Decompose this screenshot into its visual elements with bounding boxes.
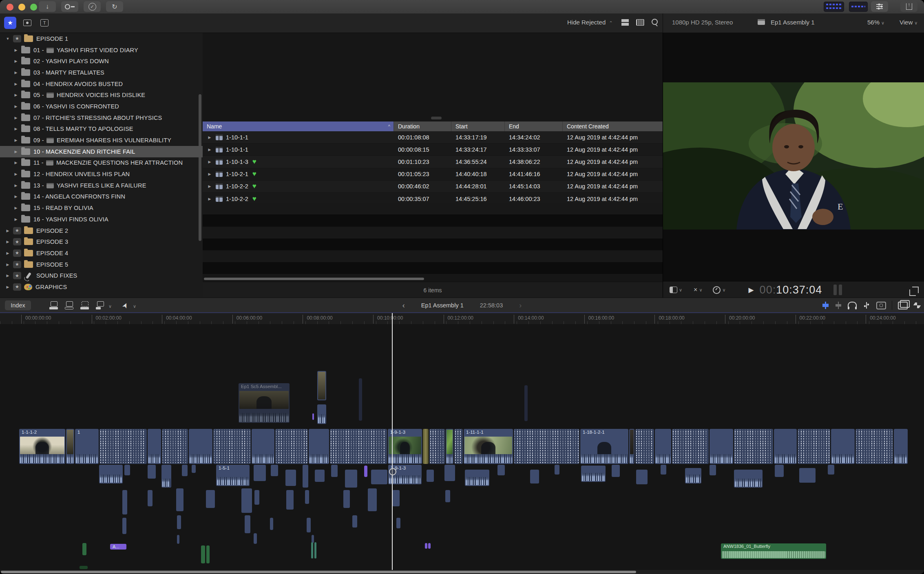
disclosure-icon[interactable]: ▶	[207, 197, 212, 201]
connected-clip-below[interactable]	[661, 465, 666, 475]
connected-clip-below[interactable]	[303, 465, 308, 488]
sidebar-item[interactable]: ▶07 - RITCHIE'S STRESSING ABOUT PHYSICS	[0, 112, 203, 124]
filmstrip-view-button[interactable]	[636, 19, 644, 26]
connected-clip-below[interactable]	[241, 488, 252, 513]
play-button[interactable]: ▶	[749, 286, 754, 294]
timeline-back-button[interactable]: ‹	[402, 301, 405, 310]
storyline-clip[interactable]	[710, 429, 733, 464]
connected-clip-above[interactable]	[317, 371, 326, 400]
select-tool-popup[interactable]: ➤	[120, 301, 130, 310]
connected-clip-below[interactable]	[775, 465, 784, 477]
connected-clip-below[interactable]	[177, 515, 181, 529]
connected-clip-below[interactable]	[254, 490, 259, 505]
timeline-hscrollbar-thumb[interactable]	[1, 571, 636, 573]
audio-clip[interactable]	[428, 543, 431, 549]
connected-clip-below[interactable]	[254, 533, 257, 544]
connected-clip-below[interactable]	[734, 470, 763, 488]
audio-clip[interactable]	[201, 545, 205, 563]
audio-clip[interactable]: ANW1836_01_Butterfly	[721, 543, 826, 559]
connected-clip-below[interactable]	[312, 535, 314, 543]
browser-hscrollbar[interactable]	[204, 278, 424, 280]
connected-clip-below[interactable]	[636, 470, 648, 484]
disclosure-icon[interactable]: ▶	[5, 251, 11, 255]
storyline-clip[interactable]	[162, 429, 188, 464]
connected-clip-below[interactable]	[122, 518, 126, 534]
timeline-ruler[interactable]: 00:00:00:0000:02:00:0000:04:00:0000:06:0…	[0, 313, 924, 325]
connected-clip-below[interactable]	[177, 535, 179, 544]
connected-clip-below[interactable]	[182, 465, 188, 476]
connected-clip-below[interactable]	[331, 465, 338, 477]
connected-clip-below[interactable]	[396, 518, 400, 528]
storyline-clip[interactable]	[446, 429, 453, 464]
sidebar-item[interactable]: ▶05 - HENDRIX VOICES HIS DISLIKE	[0, 89, 203, 101]
connected-clip-above[interactable]	[359, 378, 362, 421]
disclosure-icon[interactable]: ▶	[207, 184, 212, 188]
connected-clip-below[interactable]	[161, 465, 171, 488]
disclosure-icon[interactable]: ▶	[13, 172, 19, 176]
storyline-clip[interactable]	[454, 429, 463, 464]
sidebar-item[interactable]: ▶03 - MARTY RETALIATES	[0, 67, 203, 78]
storyline-clip[interactable]	[309, 429, 329, 464]
connected-clip-below[interactable]	[427, 470, 434, 482]
sidebar-item[interactable]: ▶09 - EREMIAH SHARES HIS VULNERABILITY	[0, 135, 203, 146]
sidebar-item[interactable]: ▶02 - YASHVI PLAYS DOWN	[0, 55, 203, 67]
storyline-clip[interactable]	[189, 429, 212, 464]
column-header-start[interactable]: Start	[451, 121, 505, 131]
connected-clip-below[interactable]	[315, 470, 325, 482]
minimize-button[interactable]	[18, 4, 25, 11]
import-media-button[interactable]: ↓	[39, 1, 56, 12]
storyline-clip[interactable]: 1-11-1-1	[464, 429, 513, 464]
disclosure-icon[interactable]: ▶	[13, 116, 19, 120]
connected-clip-below[interactable]	[307, 518, 311, 532]
column-header-duration[interactable]: Duration	[394, 121, 451, 131]
connected-clip-below[interactable]	[685, 468, 701, 483]
storyline-clip[interactable]	[252, 429, 274, 464]
append-edit-button[interactable]	[80, 301, 89, 309]
connected-clip-below[interactable]	[799, 468, 816, 483]
storyline-clip[interactable]: 1-18-1-2-1	[580, 429, 628, 464]
sidebar-item[interactable]: ▶01 - YASHVI FIRST VIDEO DIARY	[0, 44, 203, 56]
audio-clip[interactable]	[206, 545, 210, 563]
storyline-clip[interactable]	[423, 429, 429, 464]
disclosure-icon[interactable]: ▶	[13, 161, 19, 165]
close-button[interactable]	[7, 4, 13, 11]
sidebar-item[interactable]: ▶12 - HENDRIX UNVEILS HIS PLAN	[0, 168, 203, 180]
connected-clip-below[interactable]	[364, 466, 367, 477]
storyline-clip[interactable]	[734, 429, 773, 464]
connected-clip-below[interactable]	[99, 465, 123, 483]
disclosure-icon[interactable]: ▶	[13, 48, 19, 52]
libraries-tab[interactable]: ★	[4, 17, 16, 29]
connected-clip-above[interactable]	[317, 404, 326, 424]
filter-popup[interactable]: Hide Rejected ⌃	[567, 19, 613, 26]
connected-clip-below[interactable]	[148, 490, 153, 506]
connected-clip-above[interactable]	[524, 385, 528, 421]
sidebar-item[interactable]: ▶★EPISODE 2	[0, 225, 203, 236]
disclosure-icon[interactable]: ▶	[13, 183, 19, 188]
disclosure-icon[interactable]: ▶	[5, 285, 11, 289]
sidebar-item[interactable]: ▶13 - YASHVI FEELS LIKE A FAILURE	[0, 180, 203, 191]
sidebar-item[interactable]: ▶11 - MACKENZIE QUESTIONS HER ATTRACTION	[0, 157, 203, 169]
disclosure-icon[interactable]: ▶	[13, 82, 19, 86]
disclosure-icon[interactable]: ▶	[5, 229, 11, 233]
audio-meter-left[interactable]	[833, 285, 837, 295]
disclosure-icon[interactable]: ▶	[13, 150, 19, 154]
view-options-popup[interactable]	[670, 287, 677, 293]
disclosure-icon[interactable]: ▶	[207, 172, 212, 176]
expand-viewer-icon[interactable]	[912, 287, 919, 293]
storyline-clip[interactable]: 1	[75, 429, 99, 464]
sidebar-item[interactable]: ▶10 - MACKENZIE AND RITCHIE FAIL	[0, 146, 203, 157]
viewer-view-popup[interactable]: View∨	[900, 19, 917, 26]
index-button[interactable]: Index	[5, 300, 31, 310]
sidebar-item[interactable]: ▶06 - YASHVI IS CONFRONTED	[0, 101, 203, 112]
connected-clip-below[interactable]	[206, 490, 215, 508]
audio-clip[interactable]	[82, 543, 86, 555]
list-view-button[interactable]	[621, 19, 629, 26]
trim-bowtie-icon[interactable]	[913, 302, 921, 308]
connected-clip-below[interactable]	[445, 490, 450, 502]
playhead-scrub-handle[interactable]	[389, 468, 396, 475]
connected-clip-below[interactable]	[286, 490, 294, 510]
disclosure-icon[interactable]: ▶	[13, 194, 19, 199]
connected-clip-below[interactable]	[343, 490, 350, 508]
browser-clip-row[interactable]: ▶1-10-1-3♥00:01:10:2314:36:55:2414:38:06…	[203, 156, 663, 168]
sidebar-item[interactable]: ▶15 - READ BY OLIVIA	[0, 202, 203, 214]
